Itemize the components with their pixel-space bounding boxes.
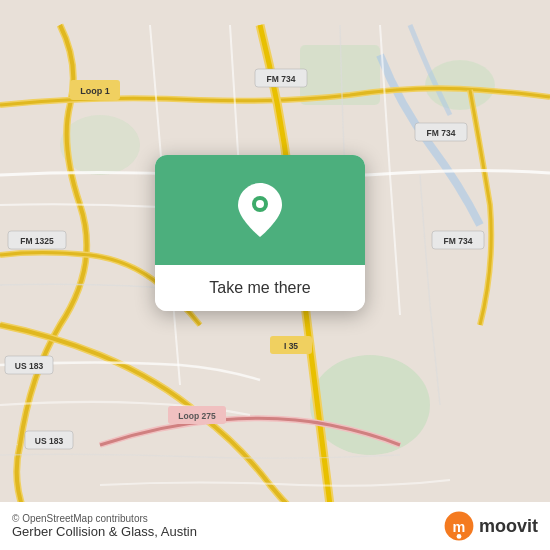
take-me-there-button[interactable]: Take me there — [155, 265, 365, 311]
moovit-text: moovit — [479, 516, 538, 537]
svg-text:FM 1325: FM 1325 — [20, 236, 54, 246]
bottom-bar: © OpenStreetMap contributors Gerber Coll… — [0, 502, 550, 550]
svg-point-1 — [310, 355, 430, 455]
moovit-logo: m moovit — [443, 510, 538, 542]
svg-point-24 — [256, 200, 264, 208]
svg-text:FM 734: FM 734 — [267, 74, 296, 84]
svg-text:Loop 1: Loop 1 — [80, 86, 110, 96]
location-card: Take me there — [155, 155, 365, 311]
map-pin-icon — [238, 183, 282, 237]
svg-text:US 183: US 183 — [15, 361, 44, 371]
osm-credit: © OpenStreetMap contributors — [12, 513, 197, 524]
svg-text:US 183: US 183 — [35, 436, 64, 446]
svg-point-27 — [457, 534, 462, 539]
svg-text:FM 734: FM 734 — [427, 128, 456, 138]
svg-text:I 35: I 35 — [284, 341, 298, 351]
svg-text:Loop 275: Loop 275 — [178, 411, 216, 421]
moovit-icon: m — [443, 510, 475, 542]
svg-text:FM 734: FM 734 — [444, 236, 473, 246]
svg-text:m: m — [453, 519, 466, 535]
card-map-header — [155, 155, 365, 265]
bottom-left: © OpenStreetMap contributors Gerber Coll… — [12, 513, 197, 539]
map-container: Loop 1 FM 734 FM 734 FM 734 FM 1325 I 35… — [0, 0, 550, 550]
location-name: Gerber Collision & Glass, Austin — [12, 524, 197, 539]
